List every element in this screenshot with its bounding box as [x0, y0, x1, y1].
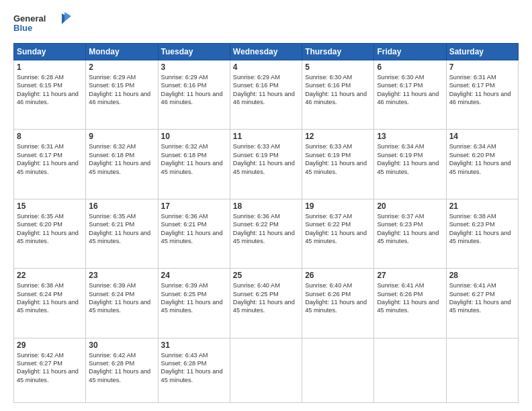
- day-number: 22: [17, 271, 83, 280]
- calendar-header-monday: Monday: [86, 44, 158, 60]
- day-info: Sunrise: 6:31 AMSunset: 6:17 PMDaylight:…: [449, 73, 515, 107]
- svg-text:Blue: Blue: [13, 23, 32, 33]
- day-info: Sunrise: 6:29 AMSunset: 6:16 PMDaylight:…: [233, 73, 299, 107]
- day-number: 8: [17, 132, 83, 141]
- day-number: 21: [449, 201, 515, 211]
- day-info: Sunrise: 6:39 AMSunset: 6:24 PMDaylight:…: [89, 281, 154, 315]
- calendar-week-4: 22Sunrise: 6:38 AMSunset: 6:24 PMDayligh…: [14, 269, 519, 338]
- day-info: Sunrise: 6:28 AMSunset: 6:15 PMDaylight:…: [17, 73, 83, 107]
- day-info: Sunrise: 6:39 AMSunset: 6:25 PMDaylight:…: [161, 281, 227, 315]
- day-number: 29: [17, 340, 83, 350]
- day-number: 18: [233, 201, 299, 211]
- day-number: 27: [377, 271, 443, 280]
- calendar-table: SundayMondayTuesdayWednesdayThursdayFrid…: [13, 43, 519, 403]
- calendar-cell: 17Sunrise: 6:36 AMSunset: 6:21 PMDayligh…: [158, 199, 230, 268]
- day-number: 10: [161, 132, 227, 141]
- day-info: Sunrise: 6:40 AMSunset: 6:26 PMDaylight:…: [305, 281, 371, 315]
- day-number: 5: [305, 62, 371, 72]
- calendar-cell: 1Sunrise: 6:28 AMSunset: 6:15 PMDaylight…: [14, 60, 86, 130]
- day-info: Sunrise: 6:35 AMSunset: 6:20 PMDaylight:…: [17, 212, 83, 246]
- day-number: 19: [305, 201, 371, 211]
- calendar-cell: 9Sunrise: 6:32 AMSunset: 6:18 PMDaylight…: [86, 130, 158, 199]
- calendar-cell: 4Sunrise: 6:29 AMSunset: 6:16 PMDaylight…: [230, 60, 302, 130]
- calendar-cell: [374, 338, 446, 402]
- calendar-cell: 14Sunrise: 6:34 AMSunset: 6:20 PMDayligh…: [446, 130, 518, 199]
- day-info: Sunrise: 6:34 AMSunset: 6:19 PMDaylight:…: [377, 142, 443, 176]
- calendar-header-sunday: Sunday: [14, 44, 86, 60]
- day-info: Sunrise: 6:42 AMSunset: 6:28 PMDaylight:…: [89, 351, 154, 385]
- day-number: 2: [89, 62, 154, 72]
- day-number: 1: [17, 62, 83, 72]
- header: General Blue: [13, 11, 519, 38]
- day-info: Sunrise: 6:43 AMSunset: 6:28 PMDaylight:…: [161, 351, 227, 385]
- calendar-cell: 18Sunrise: 6:36 AMSunset: 6:22 PMDayligh…: [230, 199, 302, 268]
- day-info: Sunrise: 6:31 AMSunset: 6:17 PMDaylight:…: [17, 142, 83, 176]
- calendar-header-wednesday: Wednesday: [230, 44, 302, 60]
- calendar-week-5: 29Sunrise: 6:42 AMSunset: 6:27 PMDayligh…: [14, 338, 519, 402]
- calendar-cell: 5Sunrise: 6:30 AMSunset: 6:16 PMDaylight…: [302, 60, 374, 130]
- calendar-cell: 2Sunrise: 6:29 AMSunset: 6:15 PMDaylight…: [86, 60, 158, 130]
- day-number: 17: [161, 201, 227, 211]
- day-number: 15: [17, 201, 83, 211]
- day-info: Sunrise: 6:40 AMSunset: 6:25 PMDaylight:…: [233, 281, 299, 315]
- day-info: Sunrise: 6:38 AMSunset: 6:23 PMDaylight:…: [449, 212, 515, 246]
- day-info: Sunrise: 6:30 AMSunset: 6:17 PMDaylight:…: [377, 73, 443, 107]
- day-info: Sunrise: 6:32 AMSunset: 6:18 PMDaylight:…: [89, 142, 154, 176]
- day-info: Sunrise: 6:29 AMSunset: 6:15 PMDaylight:…: [89, 73, 154, 107]
- day-number: 20: [377, 201, 443, 211]
- calendar-cell: 22Sunrise: 6:38 AMSunset: 6:24 PMDayligh…: [14, 269, 86, 338]
- logo-svg: General Blue: [13, 11, 74, 38]
- day-number: 11: [233, 132, 299, 141]
- calendar-cell: 19Sunrise: 6:37 AMSunset: 6:22 PMDayligh…: [302, 199, 374, 268]
- calendar-header-thursday: Thursday: [302, 44, 374, 60]
- calendar-cell: 6Sunrise: 6:30 AMSunset: 6:17 PMDaylight…: [374, 60, 446, 130]
- calendar-cell: 15Sunrise: 6:35 AMSunset: 6:20 PMDayligh…: [14, 199, 86, 268]
- day-info: Sunrise: 6:33 AMSunset: 6:19 PMDaylight:…: [233, 142, 299, 176]
- day-info: Sunrise: 6:29 AMSunset: 6:16 PMDaylight:…: [161, 73, 227, 107]
- calendar-week-3: 15Sunrise: 6:35 AMSunset: 6:20 PMDayligh…: [14, 199, 519, 268]
- day-number: 12: [305, 132, 371, 141]
- calendar-cell: 20Sunrise: 6:37 AMSunset: 6:23 PMDayligh…: [374, 199, 446, 268]
- calendar-cell: [230, 338, 302, 402]
- calendar-header-friday: Friday: [374, 44, 446, 60]
- calendar-cell: 28Sunrise: 6:41 AMSunset: 6:27 PMDayligh…: [446, 269, 518, 338]
- calendar-cell: 27Sunrise: 6:41 AMSunset: 6:26 PMDayligh…: [374, 269, 446, 338]
- day-info: Sunrise: 6:41 AMSunset: 6:26 PMDaylight:…: [377, 281, 443, 315]
- day-number: 23: [89, 271, 154, 280]
- day-info: Sunrise: 6:36 AMSunset: 6:22 PMDaylight:…: [233, 212, 299, 246]
- calendar-cell: 25Sunrise: 6:40 AMSunset: 6:25 PMDayligh…: [230, 269, 302, 338]
- calendar-cell: 29Sunrise: 6:42 AMSunset: 6:27 PMDayligh…: [14, 338, 86, 402]
- svg-text:General: General: [13, 13, 46, 24]
- day-number: 14: [449, 132, 515, 141]
- calendar-cell: 21Sunrise: 6:38 AMSunset: 6:23 PMDayligh…: [446, 199, 518, 268]
- calendar-cell: 16Sunrise: 6:35 AMSunset: 6:21 PMDayligh…: [86, 199, 158, 268]
- day-info: Sunrise: 6:35 AMSunset: 6:21 PMDaylight:…: [89, 212, 154, 246]
- day-info: Sunrise: 6:34 AMSunset: 6:20 PMDaylight:…: [449, 142, 515, 176]
- logo: General Blue: [13, 11, 74, 38]
- calendar-cell: [302, 338, 374, 402]
- calendar-cell: 12Sunrise: 6:33 AMSunset: 6:19 PMDayligh…: [302, 130, 374, 199]
- day-info: Sunrise: 6:32 AMSunset: 6:18 PMDaylight:…: [161, 142, 227, 176]
- day-number: 24: [161, 271, 227, 280]
- day-number: 7: [449, 62, 515, 72]
- day-info: Sunrise: 6:36 AMSunset: 6:21 PMDaylight:…: [161, 212, 227, 246]
- calendar-cell: [446, 338, 518, 402]
- day-info: Sunrise: 6:33 AMSunset: 6:19 PMDaylight:…: [305, 142, 371, 176]
- day-number: 30: [89, 340, 154, 350]
- day-info: Sunrise: 6:41 AMSunset: 6:27 PMDaylight:…: [449, 281, 515, 315]
- calendar-header-saturday: Saturday: [446, 44, 518, 60]
- day-number: 9: [89, 132, 154, 141]
- calendar-cell: 26Sunrise: 6:40 AMSunset: 6:26 PMDayligh…: [302, 269, 374, 338]
- calendar-header-tuesday: Tuesday: [158, 44, 230, 60]
- day-info: Sunrise: 6:37 AMSunset: 6:22 PMDaylight:…: [305, 212, 371, 246]
- day-number: 25: [233, 271, 299, 280]
- day-number: 13: [377, 132, 443, 141]
- calendar-cell: 8Sunrise: 6:31 AMSunset: 6:17 PMDaylight…: [14, 130, 86, 199]
- day-info: Sunrise: 6:37 AMSunset: 6:23 PMDaylight:…: [377, 212, 443, 246]
- calendar-header-row: SundayMondayTuesdayWednesdayThursdayFrid…: [14, 44, 519, 60]
- calendar-cell: 11Sunrise: 6:33 AMSunset: 6:19 PMDayligh…: [230, 130, 302, 199]
- calendar-cell: 30Sunrise: 6:42 AMSunset: 6:28 PMDayligh…: [86, 338, 158, 402]
- day-info: Sunrise: 6:42 AMSunset: 6:27 PMDaylight:…: [17, 351, 83, 385]
- calendar-cell: 10Sunrise: 6:32 AMSunset: 6:18 PMDayligh…: [158, 130, 230, 199]
- day-number: 6: [377, 62, 443, 72]
